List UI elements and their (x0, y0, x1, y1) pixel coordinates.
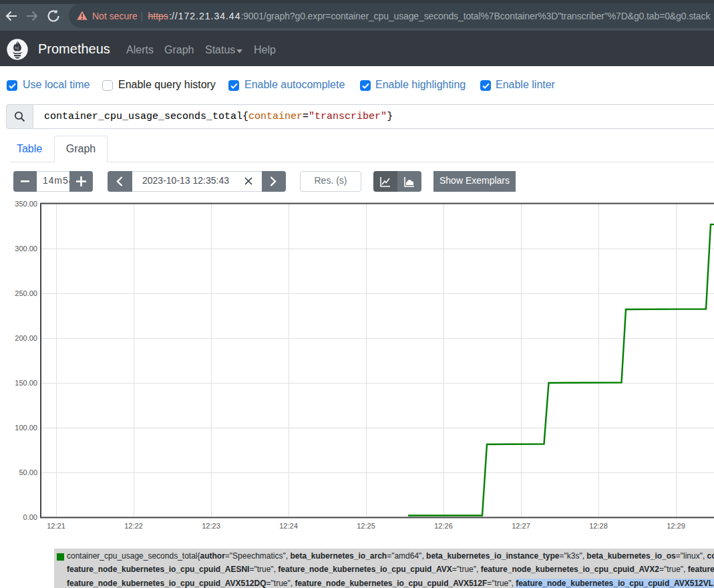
svg-text:12:24: 12:24 (279, 522, 298, 530)
svg-text:350.00: 350.00 (15, 200, 37, 208)
svg-text:12:29: 12:29 (667, 522, 685, 530)
svg-text:12:23: 12:23 (202, 522, 220, 530)
svg-text:50.00: 50.00 (19, 468, 37, 476)
svg-text:300.00: 300.00 (15, 245, 37, 253)
svg-text:100.00: 100.00 (15, 424, 37, 432)
svg-text:12:21: 12:21 (47, 522, 65, 530)
svg-text:12:22: 12:22 (124, 522, 143, 530)
svg-text:200.00: 200.00 (15, 334, 37, 342)
svg-text:12:25: 12:25 (357, 522, 375, 530)
svg-text:150.00: 150.00 (15, 379, 37, 387)
svg-text:12:27: 12:27 (512, 522, 530, 530)
svg-text:250.00: 250.00 (15, 289, 37, 297)
svg-text:12:28: 12:28 (589, 522, 608, 530)
svg-text:0.00: 0.00 (23, 513, 37, 521)
svg-text:12:26: 12:26 (434, 522, 453, 530)
